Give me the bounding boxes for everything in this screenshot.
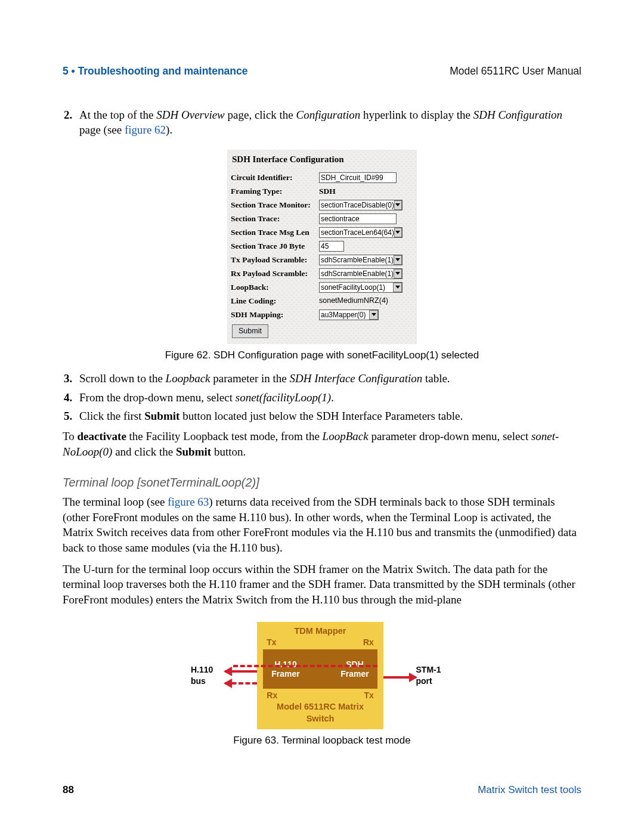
step5-a: Click the first: [79, 410, 144, 422]
label-framing: Framing Type:: [231, 186, 319, 197]
label-circuit-id: Circuit Identifier:: [231, 172, 319, 183]
step4-a: From the drop-down menu, select: [79, 391, 236, 404]
deact-bold1: deactivate: [78, 430, 126, 442]
label-rx-payload-scramble: Rx Payload Scramble:: [231, 268, 319, 279]
terminal-loop-diagram: H.110 bus TDM Mapper Tx Rx H.110 Framer: [191, 622, 453, 729]
step2-em1: SDH Overview: [156, 109, 225, 121]
step4-b: .: [331, 391, 334, 404]
step-3-num: 3.: [63, 371, 79, 386]
arrow-left-icon: [224, 667, 232, 676]
chevron-down-icon: [394, 200, 402, 210]
deact-em1: LoopBack: [323, 430, 369, 442]
select-txp-value: sdhScrambleEnable(1): [321, 255, 394, 265]
deact-e: button.: [211, 445, 246, 458]
matrix-switch-label: Model 6511RC Matrix Switch: [263, 701, 377, 724]
figure62-link[interactable]: figure 62: [125, 123, 166, 136]
step2-text-c: hyperlink to display the: [360, 109, 473, 121]
step3-em1: Loopback: [166, 372, 210, 385]
pt1-a: The terminal loop (see: [63, 496, 168, 508]
page-number: 88: [63, 784, 74, 797]
terminal-loop-para2: The U-turn for the terminal loop occurs …: [63, 562, 581, 608]
diagram-arrows-right: [383, 662, 416, 689]
select-stml-value: sectionTraceLen64(64): [321, 228, 394, 237]
step-2: 2. At the top of the SDH Overview page, …: [63, 107, 581, 138]
terminal-loop-para1: The terminal loop (see figure 63) return…: [63, 494, 581, 556]
tdm-mapper-label: TDM Mapper: [263, 625, 377, 637]
input-section-trace[interactable]: sectiontrace: [319, 213, 397, 224]
h110-b: Framer: [271, 669, 299, 679]
tx-label-top: Tx: [267, 637, 276, 648]
dashed-path-icon: [233, 665, 377, 667]
submit-button[interactable]: Submit: [232, 324, 268, 338]
footer-section-link[interactable]: Matrix Switch test tools: [478, 784, 581, 797]
diagram-left-label: H.110 bus: [191, 664, 225, 687]
rx-label-top: Rx: [363, 637, 374, 648]
label-section-trace: Section Trace:: [231, 213, 319, 224]
input-j0-byte[interactable]: 45: [319, 241, 344, 252]
tx-label-bottom: Tx: [364, 690, 373, 701]
h110-framer-label: H.110 Framer: [271, 659, 299, 679]
select-rx-payload-scramble[interactable]: sdhScrambleEnable(1): [319, 268, 402, 279]
label-section-trace-msg-len: Section Trace Msg Len: [231, 227, 319, 238]
arrow-right-icon: [409, 673, 417, 682]
sdh-config-figure: SDH Interface Configuration Circuit Iden…: [227, 150, 417, 344]
step3-c: table.: [422, 372, 450, 385]
label-line-coding: Line Coding:: [231, 296, 319, 306]
sdh-config-title: SDH Interface Configuration: [232, 153, 413, 165]
deact-b: the Facility Loopback test mode, from th…: [126, 430, 323, 442]
step-5: 5. Click the first Submit button located…: [63, 408, 581, 424]
select-sdh-mapping[interactable]: au3Mapper(0): [319, 309, 379, 320]
sdh-framer-label: SDH Framer: [340, 659, 369, 679]
sdh-b: Framer: [340, 669, 369, 679]
step2-em3: SDH Configuration: [473, 109, 562, 121]
step5-b: button located just below the SDH Interf…: [179, 410, 463, 422]
step-2-num: 2.: [63, 107, 79, 138]
step2-text-a: At the top of the: [79, 109, 156, 121]
rx-label-bottom: Rx: [267, 690, 277, 701]
select-section-trace-msg-len[interactable]: sectionTraceLen64(64): [319, 227, 402, 238]
select-stm-value: sectionTraceDisable(0): [321, 200, 394, 210]
label-loopback: LoopBack:: [231, 282, 319, 293]
step2-em2: Configuration: [296, 109, 361, 121]
deactivate-paragraph: To deactivate the Facility Loopback test…: [63, 429, 581, 459]
diagram-right-label: STM-1 port: [416, 664, 454, 687]
select-sdhmap-value: au3Mapper(0): [321, 310, 366, 320]
deact-c: parameter drop-down menu, select: [369, 430, 531, 442]
select-loopback[interactable]: sonetFacilityLoop(1): [319, 282, 402, 293]
section-heading-terminal-loop: Terminal loop [sonetTerminalLoop(2)]: [63, 475, 581, 491]
label-section-trace-monitor: Section Trace Monitor:: [231, 200, 319, 210]
input-circuit-id[interactable]: SDH_Circuit_ID#99: [319, 172, 397, 183]
deact-bold2: Submit: [176, 445, 211, 458]
step-5-num: 5.: [63, 408, 79, 424]
figure63-caption: Figure 63. Terminal loopback test mode: [63, 734, 581, 748]
deact-a: To: [63, 430, 78, 442]
select-section-trace-monitor[interactable]: sectionTraceDisable(0): [319, 200, 402, 210]
arrow-left-icon: [224, 679, 232, 688]
step3-b: parameter in the: [210, 372, 290, 385]
chevron-down-icon: [394, 255, 402, 265]
step3-a: Scroll down to the: [79, 372, 166, 385]
step-4-num: 4.: [63, 390, 79, 405]
select-loop-value: sonetFacilityLoop(1): [321, 283, 385, 292]
step5-bold: Submit: [144, 410, 179, 422]
value-framing: SDH: [319, 186, 336, 197]
matrix-switch-box: TDM Mapper Tx Rx H.110 Framer SDH Framer…: [257, 622, 383, 729]
chevron-down-icon: [394, 228, 402, 237]
select-rxp-value: sdhScrambleEnable(1): [321, 269, 394, 278]
label-sdh-mapping: SDH Mapping:: [231, 309, 319, 320]
step2-text-e: ).: [166, 123, 172, 136]
deact-d: and click the: [112, 445, 176, 458]
select-tx-payload-scramble[interactable]: sdhScrambleEnable(1): [319, 255, 402, 265]
step4-em1: sonet(facilityLoop(1): [236, 391, 331, 404]
label-j0-byte: Section Trace J0 Byte: [231, 241, 319, 252]
value-line-coding: sonetMediumNRZ(4): [319, 296, 388, 306]
figure62-caption: Figure 62. SDH Configuration page with s…: [63, 349, 581, 363]
label-tx-payload-scramble: Tx Payload Scramble:: [231, 255, 319, 265]
chevron-down-icon: [369, 310, 378, 320]
step3-em2: SDH Interface Configuration: [289, 372, 422, 385]
step-3: 3. Scroll down to the Loopback parameter…: [63, 371, 581, 386]
chapter-header: 5 • Troubleshooting and maintenance: [63, 64, 247, 79]
step2-text-b: page, click the: [225, 109, 296, 121]
chevron-down-icon: [394, 269, 402, 278]
figure63-link[interactable]: figure 63: [168, 496, 209, 508]
